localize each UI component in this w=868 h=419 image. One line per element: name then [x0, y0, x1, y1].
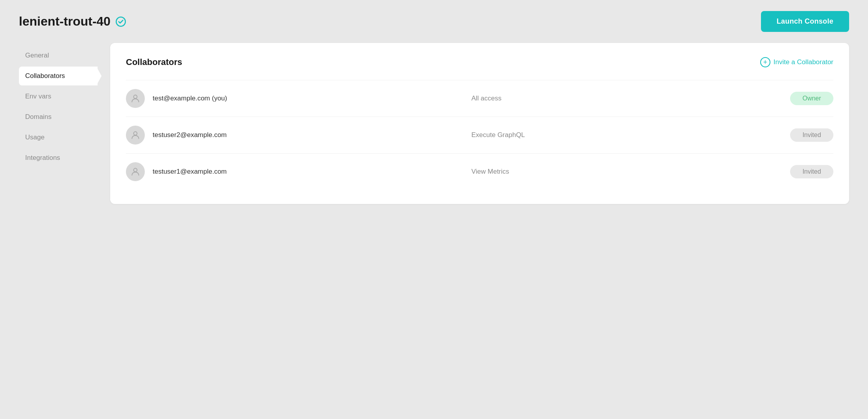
collaborator-role-2: View Metrics: [471, 168, 782, 176]
collaborator-email-2: testuser1@example.com: [153, 168, 464, 176]
launch-console-button[interactable]: Launch Console: [761, 11, 849, 32]
header-left: lenient-trout-40: [19, 14, 126, 29]
collaborator-role-0: All access: [471, 95, 782, 102]
invite-collaborator-button[interactable]: + Invite a Collaborator: [760, 57, 833, 67]
sidebar-item-general[interactable]: General: [19, 46, 98, 65]
avatar-0: [126, 89, 145, 108]
collaborator-email-1: testuser2@example.com: [153, 131, 464, 139]
avatar-2: [126, 162, 145, 181]
sidebar-item-env-vars[interactable]: Env vars: [19, 87, 98, 106]
main-content: General Collaborators Env vars Domains U…: [0, 43, 868, 223]
collaborator-role-1: Execute GraphQL: [471, 131, 782, 139]
page-title: lenient-trout-40: [19, 14, 111, 29]
sidebar-item-collaborators[interactable]: Collaborators: [19, 67, 98, 85]
avatar-1: [126, 126, 145, 145]
status-badge-0: Owner: [790, 92, 833, 105]
svg-point-0: [134, 95, 137, 98]
status-badge-2: Invited: [790, 165, 833, 178]
collaborators-panel: Collaborators + Invite a Collaborator te…: [110, 43, 849, 204]
sidebar-item-usage[interactable]: Usage: [19, 128, 98, 147]
panel-title: Collaborators: [126, 57, 182, 67]
verified-icon: [115, 16, 126, 27]
collaborator-row-0: test@example.com (you) All access Owner: [126, 80, 833, 117]
page-header: lenient-trout-40 Launch Console: [0, 0, 868, 43]
status-badge-1: Invited: [790, 128, 833, 142]
collaborator-row-1: testuser2@example.com Execute GraphQL In…: [126, 117, 833, 153]
sidebar-item-domains[interactable]: Domains: [19, 108, 98, 126]
collaborator-email-0: test@example.com (you): [153, 95, 464, 102]
svg-point-1: [134, 132, 137, 135]
invite-plus-icon: +: [760, 57, 770, 67]
svg-point-2: [134, 168, 137, 172]
panel-header: Collaborators + Invite a Collaborator: [126, 57, 833, 67]
collaborator-row-2: testuser1@example.com View Metrics Invit…: [126, 153, 833, 190]
sidebar: General Collaborators Env vars Domains U…: [19, 43, 98, 204]
sidebar-item-integrations[interactable]: Integrations: [19, 148, 98, 167]
